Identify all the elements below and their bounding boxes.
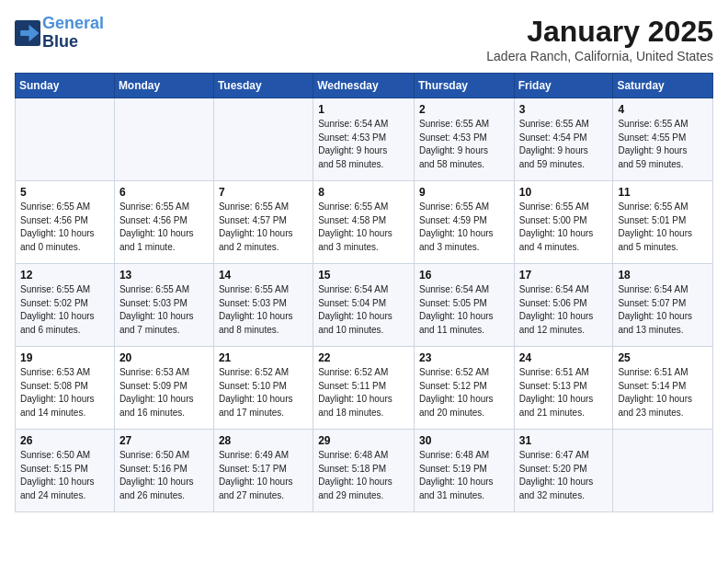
week-row-3: 12Sunrise: 6:55 AM Sunset: 5:02 PM Dayli… (16, 264, 713, 347)
day-info: Sunrise: 6:55 AM Sunset: 5:02 PM Dayligh… (20, 283, 109, 337)
day-info: Sunrise: 6:55 AM Sunset: 4:55 PM Dayligh… (618, 118, 708, 171)
week-row-4: 19Sunrise: 6:53 AM Sunset: 5:08 PM Dayli… (16, 347, 713, 430)
day-info: Sunrise: 6:55 AM Sunset: 4:53 PM Dayligh… (419, 118, 509, 171)
calendar-cell: 23Sunrise: 6:52 AM Sunset: 5:12 PM Dayli… (414, 347, 514, 430)
calendar-cell: 15Sunrise: 6:54 AM Sunset: 5:04 PM Dayli… (313, 264, 415, 347)
day-info: Sunrise: 6:51 AM Sunset: 5:13 PM Dayligh… (519, 366, 609, 419)
day-number: 19 (20, 351, 109, 364)
day-info: Sunrise: 6:55 AM Sunset: 4:54 PM Dayligh… (519, 118, 609, 171)
calendar-cell: 6Sunrise: 6:55 AM Sunset: 4:56 PM Daylig… (114, 181, 213, 264)
day-info: Sunrise: 6:48 AM Sunset: 5:19 PM Dayligh… (419, 449, 509, 502)
logo: GeneralBlue (15, 15, 104, 52)
weekday-header-monday: Monday (114, 74, 213, 98)
calendar-cell: 16Sunrise: 6:54 AM Sunset: 5:05 PM Dayli… (414, 264, 514, 347)
day-number: 10 (519, 186, 609, 199)
calendar-cell (613, 430, 713, 512)
day-number: 29 (318, 434, 409, 447)
day-info: Sunrise: 6:47 AM Sunset: 5:20 PM Dayligh… (519, 449, 609, 502)
day-number: 13 (119, 269, 209, 282)
calendar-cell: 17Sunrise: 6:54 AM Sunset: 5:06 PM Dayli… (514, 264, 613, 347)
calendar-cell: 30Sunrise: 6:48 AM Sunset: 5:19 PM Dayli… (414, 430, 514, 512)
calendar-cell: 2Sunrise: 6:55 AM Sunset: 4:53 PM Daylig… (414, 98, 514, 181)
calendar-cell: 18Sunrise: 6:54 AM Sunset: 5:07 PM Dayli… (613, 264, 713, 347)
weekday-header-wednesday: Wednesday (313, 74, 415, 98)
day-number: 18 (618, 269, 708, 282)
day-number: 25 (618, 351, 708, 364)
title-block: January 2025 Ladera Ranch, California, U… (486, 15, 713, 63)
day-info: Sunrise: 6:52 AM Sunset: 5:12 PM Dayligh… (419, 366, 509, 419)
calendar-cell: 13Sunrise: 6:55 AM Sunset: 5:03 PM Dayli… (114, 264, 213, 347)
day-number: 3 (519, 103, 609, 116)
calendar-cell: 12Sunrise: 6:55 AM Sunset: 5:02 PM Dayli… (16, 264, 115, 347)
day-number: 24 (519, 351, 609, 364)
day-number: 14 (219, 269, 308, 282)
calendar-cell: 5Sunrise: 6:55 AM Sunset: 4:56 PM Daylig… (16, 181, 115, 264)
day-info: Sunrise: 6:55 AM Sunset: 5:03 PM Dayligh… (119, 283, 209, 337)
day-info: Sunrise: 6:52 AM Sunset: 5:10 PM Dayligh… (219, 366, 308, 419)
week-row-2: 5Sunrise: 6:55 AM Sunset: 4:56 PM Daylig… (16, 181, 713, 264)
calendar-cell: 28Sunrise: 6:49 AM Sunset: 5:17 PM Dayli… (213, 430, 313, 512)
day-info: Sunrise: 6:51 AM Sunset: 5:14 PM Dayligh… (618, 366, 708, 419)
calendar-cell: 21Sunrise: 6:52 AM Sunset: 5:10 PM Dayli… (213, 347, 313, 430)
calendar-cell: 20Sunrise: 6:53 AM Sunset: 5:09 PM Dayli… (114, 347, 213, 430)
calendar-cell: 26Sunrise: 6:50 AM Sunset: 5:15 PM Dayli… (16, 430, 115, 512)
day-number: 15 (318, 269, 409, 282)
day-info: Sunrise: 6:48 AM Sunset: 5:18 PM Dayligh… (318, 449, 409, 502)
day-info: Sunrise: 6:55 AM Sunset: 5:03 PM Dayligh… (219, 283, 308, 337)
day-number: 6 (119, 186, 209, 199)
calendar-cell: 3Sunrise: 6:55 AM Sunset: 4:54 PM Daylig… (514, 98, 613, 181)
day-info: Sunrise: 6:53 AM Sunset: 5:08 PM Dayligh… (20, 366, 109, 419)
calendar-cell: 8Sunrise: 6:55 AM Sunset: 4:58 PM Daylig… (313, 181, 415, 264)
calendar-cell: 31Sunrise: 6:47 AM Sunset: 5:20 PM Dayli… (514, 430, 613, 512)
calendar-cell: 19Sunrise: 6:53 AM Sunset: 5:08 PM Dayli… (16, 347, 115, 430)
calendar-cell: 9Sunrise: 6:55 AM Sunset: 4:59 PM Daylig… (414, 181, 514, 264)
day-number: 9 (419, 186, 509, 199)
calendar-cell: 10Sunrise: 6:55 AM Sunset: 5:00 PM Dayli… (514, 181, 613, 264)
day-number: 31 (519, 434, 609, 447)
day-number: 5 (20, 186, 109, 199)
day-info: Sunrise: 6:55 AM Sunset: 5:01 PM Dayligh… (618, 201, 708, 254)
logo-text: GeneralBlue (42, 15, 104, 52)
calendar-cell: 14Sunrise: 6:55 AM Sunset: 5:03 PM Dayli… (213, 264, 313, 347)
calendar-subtitle: Ladera Ranch, California, United States (486, 49, 713, 63)
day-number: 1 (318, 103, 409, 116)
day-number: 16 (419, 269, 509, 282)
day-info: Sunrise: 6:55 AM Sunset: 4:57 PM Dayligh… (219, 201, 308, 254)
day-number: 20 (119, 351, 209, 364)
calendar-title: January 2025 (486, 15, 713, 49)
weekday-header-thursday: Thursday (414, 74, 514, 98)
weekday-header-tuesday: Tuesday (213, 74, 313, 98)
day-info: Sunrise: 6:49 AM Sunset: 5:17 PM Dayligh… (219, 449, 308, 502)
day-info: Sunrise: 6:52 AM Sunset: 5:11 PM Dayligh… (318, 366, 409, 419)
logo-icon (15, 20, 40, 46)
calendar-cell (213, 98, 313, 181)
day-number: 2 (419, 103, 509, 116)
day-number: 27 (119, 434, 209, 447)
day-info: Sunrise: 6:50 AM Sunset: 5:15 PM Dayligh… (20, 449, 109, 502)
calendar-cell: 4Sunrise: 6:55 AM Sunset: 4:55 PM Daylig… (613, 98, 713, 181)
day-number: 26 (20, 434, 109, 447)
calendar-cell: 1Sunrise: 6:54 AM Sunset: 4:53 PM Daylig… (313, 98, 415, 181)
day-number: 30 (419, 434, 509, 447)
weekday-header-sunday: Sunday (16, 74, 115, 98)
day-info: Sunrise: 6:54 AM Sunset: 5:06 PM Dayligh… (519, 283, 609, 337)
day-info: Sunrise: 6:54 AM Sunset: 5:07 PM Dayligh… (618, 283, 708, 337)
day-info: Sunrise: 6:54 AM Sunset: 5:05 PM Dayligh… (419, 283, 509, 337)
day-info: Sunrise: 6:55 AM Sunset: 4:56 PM Dayligh… (20, 201, 109, 254)
day-info: Sunrise: 6:55 AM Sunset: 4:58 PM Dayligh… (318, 201, 409, 254)
calendar-cell: 22Sunrise: 6:52 AM Sunset: 5:11 PM Dayli… (313, 347, 415, 430)
day-number: 7 (219, 186, 308, 199)
calendar-cell: 29Sunrise: 6:48 AM Sunset: 5:18 PM Dayli… (313, 430, 415, 512)
day-number: 8 (318, 186, 409, 199)
day-info: Sunrise: 6:54 AM Sunset: 4:53 PM Dayligh… (318, 118, 409, 171)
weekday-header-row: SundayMondayTuesdayWednesdayThursdayFrid… (16, 74, 713, 98)
calendar-cell: 7Sunrise: 6:55 AM Sunset: 4:57 PM Daylig… (213, 181, 313, 264)
calendar-cell: 25Sunrise: 6:51 AM Sunset: 5:14 PM Dayli… (613, 347, 713, 430)
day-info: Sunrise: 6:54 AM Sunset: 5:04 PM Dayligh… (318, 283, 409, 337)
day-number: 22 (318, 351, 409, 364)
day-number: 23 (419, 351, 509, 364)
calendar-table: SundayMondayTuesdayWednesdayThursdayFrid… (15, 73, 713, 512)
day-info: Sunrise: 6:55 AM Sunset: 4:59 PM Dayligh… (419, 201, 509, 254)
calendar-cell (16, 98, 115, 181)
day-info: Sunrise: 6:50 AM Sunset: 5:16 PM Dayligh… (119, 449, 209, 502)
